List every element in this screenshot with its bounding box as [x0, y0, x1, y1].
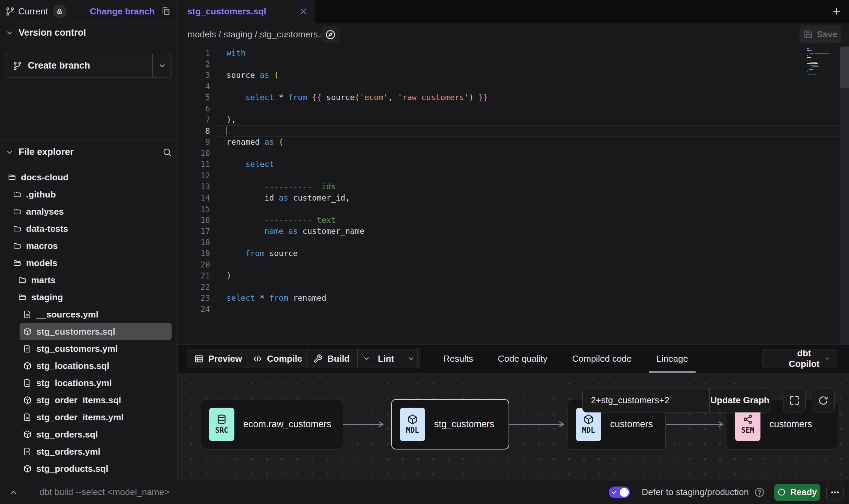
cube-icon — [23, 396, 32, 404]
folder-open-icon — [13, 259, 21, 267]
file-explorer-header[interactable]: File explorer — [5, 147, 172, 157]
copy-icon[interactable] — [161, 7, 171, 16]
code-line[interactable]: 5 select * from {{ source('ecom', 'raw_c… — [178, 92, 849, 103]
line-text: ---------- ids — [210, 181, 336, 192]
code-line[interactable]: 7), — [178, 114, 849, 125]
lineage-node-source[interactable]: SRC ecom.raw_customers — [201, 399, 343, 449]
file-tree-item[interactable]: docs-cloud — [0, 169, 177, 186]
file-tree-item[interactable]: stg_customers.sql — [0, 323, 177, 340]
save-button[interactable]: Save — [800, 25, 841, 43]
tab-results[interactable]: Results — [442, 345, 475, 373]
code-line[interactable]: 4 — [178, 81, 849, 92]
line-text: ) — [210, 270, 231, 281]
line-text: id as customer_id, — [210, 192, 350, 204]
code-line[interactable]: 23select * from renamed — [178, 292, 849, 304]
help-icon[interactable] — [754, 487, 765, 497]
compile-button[interactable]: Compile — [246, 349, 310, 368]
more-options-button[interactable] — [826, 484, 844, 501]
file-name: stg_orders.sql — [36, 429, 98, 440]
file-tree-item[interactable]: analyses — [0, 203, 177, 220]
file-tree-item[interactable]: marts — [0, 272, 177, 289]
preview-button[interactable]: Preview — [187, 349, 250, 368]
node-label: stg_customers — [434, 419, 495, 430]
code-line[interactable]: 16 ---------- text — [178, 215, 849, 226]
refresh-button[interactable] — [812, 388, 835, 412]
code-line[interactable]: 8 — [178, 125, 849, 137]
tab-compiled-code[interactable]: Compiled code — [571, 345, 633, 373]
code-line[interactable]: 22 — [178, 281, 849, 293]
file-tree-item[interactable]: __sources.yml — [0, 306, 177, 323]
file-tree-item[interactable]: stg_order_items.sql — [0, 392, 177, 409]
update-graph-button[interactable]: Update Graph — [710, 388, 770, 412]
lineage-graph[interactable]: SRC ecom.raw_customers MDL stg_customers… — [178, 373, 849, 480]
scrollbar-thumb[interactable] — [840, 47, 849, 88]
close-icon[interactable] — [299, 7, 307, 15]
file-tree-item[interactable]: stg_order_items.yml — [0, 409, 177, 426]
code-line[interactable]: 9renamed as ( — [178, 136, 849, 148]
code-line[interactable]: 17 name as customer_name — [178, 226, 849, 237]
code-line[interactable]: 14 id as customer_id, — [178, 192, 849, 204]
editor-scrollbar[interactable] — [840, 46, 849, 344]
file-tree-item[interactable]: .github — [0, 186, 177, 203]
tab-stg-customers-sql[interactable]: stg_customers.sql — [178, 0, 315, 23]
search-icon[interactable] — [162, 147, 172, 157]
tab-code-quality[interactable]: Code quality — [497, 345, 549, 373]
code-line[interactable]: 24 — [178, 304, 849, 315]
file-tree-item[interactable]: stg_orders.sql — [0, 426, 177, 443]
create-branch-dropdown[interactable] — [153, 62, 172, 70]
code-line[interactable]: 21) — [178, 270, 849, 281]
file-tree-item[interactable]: stg_products.sql — [0, 460, 177, 477]
line-number: 17 — [178, 226, 210, 237]
line-number: 18 — [178, 237, 210, 248]
lineage-selector-input[interactable]: 2+stg_customers+2 — [583, 388, 709, 412]
lint-button[interactable]: Lint — [370, 349, 420, 368]
line-number: 21 — [178, 270, 210, 281]
code-line[interactable]: 18 — [178, 237, 849, 248]
ready-status-button[interactable]: Ready — [774, 484, 820, 501]
code-line[interactable]: 20 — [178, 259, 849, 271]
check-icon — [612, 490, 617, 495]
file-tree-item[interactable]: data-tests — [0, 220, 177, 237]
code-line[interactable]: 11 select — [178, 159, 849, 170]
chevron-up-icon[interactable] — [9, 488, 18, 497]
ready-label: Ready — [790, 487, 817, 497]
chevron-down-icon — [5, 29, 14, 37]
file-tree-item[interactable]: models — [0, 254, 177, 272]
tab-lineage[interactable]: Lineage — [655, 345, 690, 373]
build-button[interactable]: Build — [306, 349, 376, 368]
file-tree-item[interactable]: stg_locations.sql — [0, 357, 177, 374]
file-name: stg_locations.yml — [36, 378, 112, 388]
code-line[interactable]: 13 ---------- ids — [178, 181, 849, 192]
lineage-node-stg-customers[interactable]: MDL stg_customers — [391, 399, 509, 449]
defer-toggle[interactable] — [609, 487, 630, 498]
minimap[interactable] — [807, 48, 840, 79]
version-control-header[interactable]: Version control — [5, 27, 86, 38]
change-branch-link[interactable]: Change branch — [90, 6, 155, 17]
file-tree-item[interactable]: staging — [0, 289, 177, 306]
dbt-copilot-button[interactable]: dbt Copilot — [763, 349, 837, 368]
code-line[interactable]: 19 from source — [178, 248, 849, 259]
branch-lock-badge — [53, 4, 67, 18]
file-tree-item[interactable]: stg_customers.yml — [0, 340, 177, 357]
file-tree-item[interactable]: stg_orders.yml — [0, 443, 177, 460]
command-input[interactable]: dbt build --select <model_name> — [39, 487, 170, 497]
code-line[interactable]: 3source as ( — [178, 70, 849, 81]
code-editor[interactable]: 1with23source as (45 select * from {{ so… — [178, 46, 849, 344]
code-line[interactable]: 6 — [178, 103, 849, 115]
copilot-compass-button[interactable] — [321, 26, 340, 43]
code-line[interactable]: 12 — [178, 170, 849, 181]
code-line[interactable]: 2 — [178, 59, 849, 70]
line-text: from source — [210, 248, 298, 259]
create-branch-button[interactable]: Create branch — [5, 54, 172, 77]
file-tree-item[interactable]: macros — [0, 237, 177, 254]
new-tab-button[interactable] — [832, 7, 841, 16]
file-tree-item[interactable]: stg_locations.yml — [0, 374, 177, 392]
fullscreen-button[interactable] — [783, 388, 806, 412]
doc-icon — [23, 310, 32, 319]
code-line[interactable]: 15 — [178, 203, 849, 215]
folder-icon — [13, 207, 21, 216]
cube-icon — [407, 414, 418, 424]
line-number: 10 — [178, 148, 210, 159]
code-line[interactable]: 10 — [178, 148, 849, 159]
code-line[interactable]: 1with — [178, 47, 849, 59]
